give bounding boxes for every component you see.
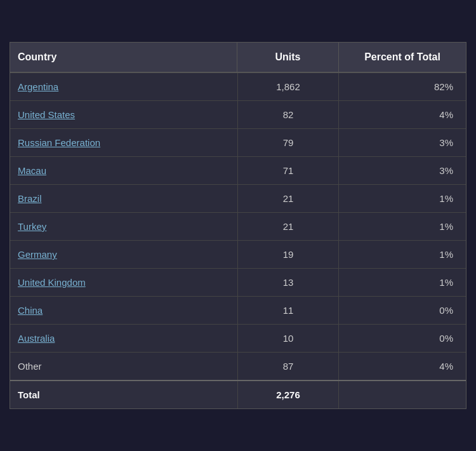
cell-units: 79 — [237, 129, 339, 156]
table-row: Other874% — [10, 353, 466, 380]
country-link[interactable]: Macau — [18, 165, 46, 176]
cell-percent: 1% — [339, 269, 466, 296]
country-link[interactable]: Argentina — [18, 81, 58, 92]
cell-units: 82 — [237, 101, 339, 128]
cell-units: 71 — [237, 157, 339, 184]
cell-percent: 4% — [339, 353, 466, 380]
cell-percent: 1% — [339, 185, 466, 212]
country-link[interactable]: Australia — [18, 333, 55, 344]
total-percent — [339, 381, 466, 408]
cell-units: 87 — [237, 353, 339, 380]
country-link[interactable]: Germany — [18, 249, 57, 260]
total-label: Total — [10, 381, 237, 408]
cell-units: 1,862 — [237, 73, 339, 100]
header-units: Units — [237, 43, 339, 72]
country-link[interactable]: United Kingdom — [18, 277, 86, 288]
header-country: Country — [10, 43, 237, 72]
table-row: Turkey211% — [10, 213, 466, 241]
cell-country[interactable]: Turkey — [10, 213, 237, 240]
cell-percent: 82% — [339, 73, 466, 100]
table-row: United States824% — [10, 101, 466, 129]
cell-country[interactable]: Argentina — [10, 73, 237, 100]
table-header: Country Units Percent of Total — [10, 43, 466, 73]
country-link[interactable]: Russian Federation — [18, 137, 100, 148]
cell-units: 13 — [237, 269, 339, 296]
cell-units: 10 — [237, 325, 339, 352]
cell-country[interactable]: Australia — [10, 325, 237, 352]
country-link[interactable]: Brazil — [18, 193, 42, 204]
cell-country[interactable]: United Kingdom — [10, 269, 237, 296]
header-percent: Percent of Total — [339, 43, 466, 72]
cell-country[interactable]: Russian Federation — [10, 129, 237, 156]
total-units: 2,276 — [237, 381, 339, 408]
cell-country[interactable]: Macau — [10, 157, 237, 184]
cell-units: 21 — [237, 185, 339, 212]
cell-units: 21 — [237, 213, 339, 240]
country-link[interactable]: United States — [18, 109, 75, 120]
cell-percent: 4% — [339, 101, 466, 128]
cell-percent: 1% — [339, 213, 466, 240]
table-row: Australia100% — [10, 325, 466, 353]
cell-country[interactable]: Brazil — [10, 185, 237, 212]
cell-percent: 1% — [339, 241, 466, 268]
country-link[interactable]: Turkey — [18, 221, 46, 232]
table-body: Argentina1,86282%United States824%Russia… — [10, 73, 466, 380]
cell-percent: 0% — [339, 325, 466, 352]
table-row: Brazil211% — [10, 185, 466, 213]
cell-country[interactable]: United States — [10, 101, 237, 128]
table-row: Russian Federation793% — [10, 129, 466, 157]
cell-percent: 3% — [339, 157, 466, 184]
table-row: Germany191% — [10, 241, 466, 269]
total-row: Total 2,276 — [10, 380, 466, 408]
cell-country[interactable]: China — [10, 297, 237, 324]
data-table: Country Units Percent of Total Argentina… — [10, 42, 466, 409]
cell-units: 11 — [237, 297, 339, 324]
table-row: United Kingdom131% — [10, 269, 466, 297]
table-row: Argentina1,86282% — [10, 73, 466, 101]
cell-country: Other — [10, 353, 237, 380]
cell-country[interactable]: Germany — [10, 241, 237, 268]
country-link[interactable]: China — [18, 305, 43, 316]
cell-percent: 0% — [339, 297, 466, 324]
table-row: Macau713% — [10, 157, 466, 185]
cell-units: 19 — [237, 241, 339, 268]
cell-percent: 3% — [339, 129, 466, 156]
table-row: China110% — [10, 297, 466, 325]
